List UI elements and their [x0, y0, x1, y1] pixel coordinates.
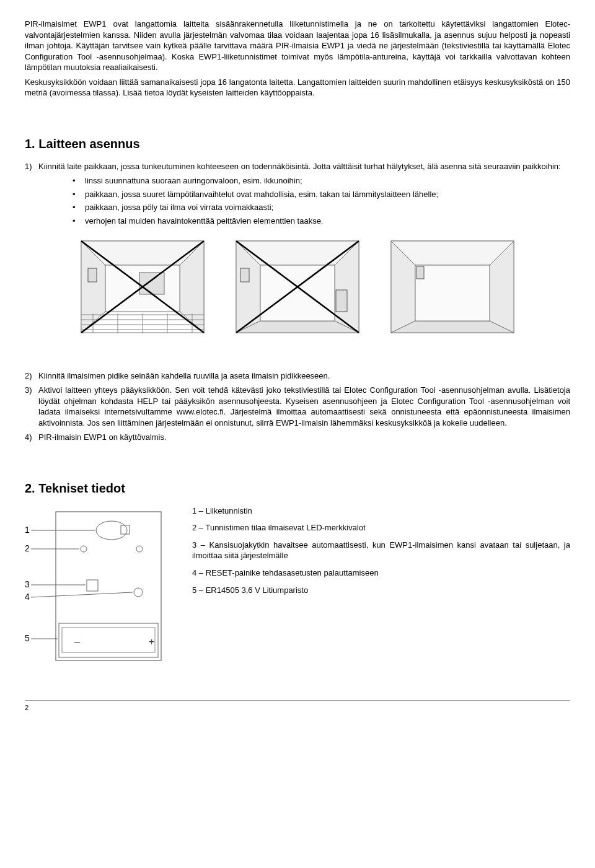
techlabel-5: 5 – ER14505 3,6 V Litiumparisto — [192, 585, 570, 596]
svg-rect-14 — [260, 265, 335, 321]
step-1: 1)Kiinnitä laite paikkaan, jossa tunkeut… — [25, 161, 570, 227]
techlabel-1: 1 – Liiketunnistin — [192, 506, 570, 517]
battery-minus-label: – — [74, 636, 80, 647]
techlabel-2: 2 – Tunnistimen tilaa ilmaisevat LED-mer… — [192, 522, 570, 533]
diagram-label-1: 1 — [25, 525, 30, 535]
page-number: 2 — [25, 704, 29, 711]
step-2: 2)Kiinnitä ilmaisimen pidike seinään kah… — [25, 370, 570, 382]
svg-rect-6 — [88, 268, 97, 282]
diagram-label-3: 3 — [25, 579, 30, 589]
intro-paragraph-2: Keskusyksikköön voidaan liittää samanaik… — [25, 77, 570, 99]
step-1-sub-4: verhojen tai muiden havaintokenttää peit… — [73, 216, 570, 227]
diagram-label-4: 4 — [25, 592, 30, 602]
svg-rect-15 — [336, 290, 347, 312]
placement-figure-3 — [390, 240, 514, 333]
placement-figures — [25, 240, 570, 333]
svg-rect-25 — [416, 266, 424, 279]
svg-rect-5 — [139, 273, 164, 294]
step-1-text: Kiinnitä laite paikkaan, jossa tunkeutum… — [38, 162, 561, 171]
diagram-label-2: 2 — [25, 543, 30, 553]
placement-figure-2 — [236, 240, 359, 333]
diagram-label-5: 5 — [25, 633, 30, 643]
step-1-sub-1: linssi suunnattuna suoraan auringonvaloo… — [73, 175, 570, 186]
battery-plus-label: + — [149, 636, 154, 647]
svg-rect-26 — [56, 512, 161, 660]
step-1-sub-3: paikkaan, jossa pöly tai ilma voi virrat… — [73, 202, 570, 213]
svg-rect-16 — [240, 268, 249, 282]
section2-title: 2. Tekniset tiedot — [25, 480, 570, 497]
techlabel-3: 3 – Kansisuojakytkin havaitsee automaatt… — [192, 540, 570, 561]
step-4: 4)PIR-ilmaisin EWP1 on käyttövalmis. — [25, 432, 570, 443]
section1-title: 1. Laitteen asennus — [25, 136, 570, 152]
device-diagram: – + 1 2 3 4 5 — [25, 506, 174, 670]
step-3: 3)Aktivoi laitteen yhteys pääyksikköön. … — [25, 385, 570, 428]
svg-rect-24 — [415, 265, 490, 321]
intro-paragraph-1: PIR-ilmaisimet EWP1 ovat langattomia lai… — [25, 19, 570, 73]
step-1-sub-2: paikkaan, jossa suuret lämpötilanvaihtel… — [73, 189, 570, 200]
techlabel-4: 4 – RESET-painike tehdasasetusten palaut… — [192, 568, 570, 579]
placement-figure-1 — [81, 240, 205, 333]
